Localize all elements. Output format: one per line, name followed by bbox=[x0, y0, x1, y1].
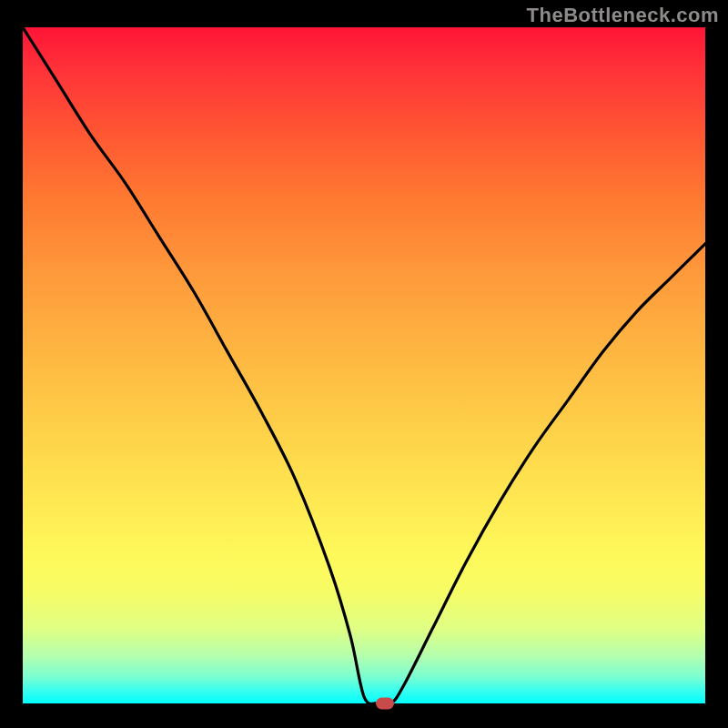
curve-svg bbox=[23, 27, 705, 703]
watermark-text: TheBottleneck.com bbox=[527, 4, 719, 27]
optimum-marker bbox=[376, 698, 394, 710]
bottleneck-curve bbox=[23, 27, 705, 703]
chart-container: TheBottleneck.com bbox=[0, 0, 728, 728]
plot-area bbox=[23, 27, 705, 703]
